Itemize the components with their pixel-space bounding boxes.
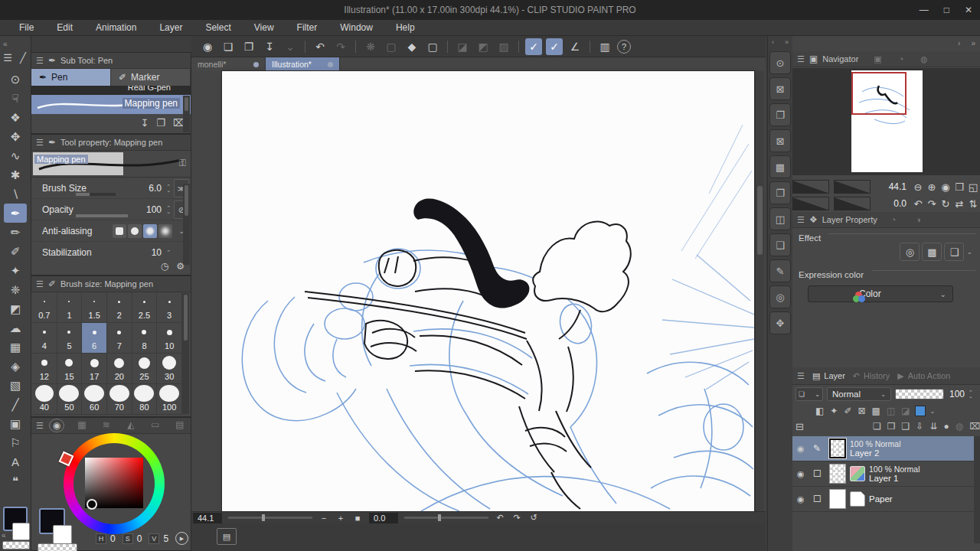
nav-full-view-icon[interactable]: ◱: [966, 180, 980, 194]
deselect-icon[interactable]: ▢: [383, 38, 400, 55]
intermediate-color-tab-icon[interactable]: ▭: [149, 419, 162, 431]
navigator-view-rect[interactable]: [851, 72, 906, 115]
frame-tool-icon[interactable]: ▣: [4, 414, 27, 433]
sv-knob[interactable]: [87, 499, 97, 510]
brush-size-cell[interactable]: 12: [32, 354, 57, 384]
layer-edit-state-icon[interactable]: ☐: [813, 468, 825, 479]
expression-color-dropdown[interactable]: Color ⌄: [808, 285, 953, 302]
nav-rotation-slider2[interactable]: [834, 197, 871, 210]
brush-size-cell[interactable]: 80: [132, 384, 158, 415]
canvas-tab-monelli[interactable]: monelli*: [191, 57, 266, 71]
brush-size-cell[interactable]: 0.7: [32, 292, 57, 323]
zoom-tool-icon[interactable]: ⊙: [4, 70, 27, 89]
crop-frame-icon[interactable]: ▢: [424, 38, 441, 55]
nav-actual-size-icon[interactable]: ❒: [952, 180, 966, 194]
aa-strong-option[interactable]: [158, 224, 172, 238]
snap-ruler-icon[interactable]: ✓: [525, 38, 542, 55]
subtool-tab-marker[interactable]: ✐Marker: [111, 69, 191, 86]
opacity-stepper[interactable]: ⌃⌄: [969, 390, 973, 398]
tone-effect-icon[interactable]: ▩: [922, 243, 942, 261]
brush-size-cell[interactable]: 20: [107, 354, 132, 384]
transparent-color-swatch[interactable]: [2, 541, 30, 549]
wand-tool-icon[interactable]: ✱: [4, 165, 27, 184]
brush-size-scrollbar[interactable]: [182, 293, 189, 414]
information-tab-icon[interactable]: ◍: [920, 54, 928, 64]
nav-zoom-out-icon[interactable]: ⊖: [911, 180, 925, 194]
rotation-value[interactable]: 0.0: [369, 513, 398, 523]
lock-transparent-pixels-icon[interactable]: ▩: [872, 406, 880, 416]
layer-list-scrollbar[interactable]: [974, 436, 980, 543]
brush-size-cell[interactable]: 2: [107, 292, 132, 323]
tab-history[interactable]: ↶History: [853, 371, 890, 381]
brush-size-cell[interactable]: 100: [157, 384, 182, 415]
nav-zoom-in-icon[interactable]: ⊕: [925, 180, 939, 194]
background-color-swatch[interactable]: [53, 525, 72, 544]
dock-expand-icon[interactable]: »: [971, 39, 975, 47]
brush-size-cell[interactable]: 6: [82, 323, 107, 354]
selection-border-icon[interactable]: ▨: [495, 38, 512, 55]
brush-size-cell[interactable]: 40: [32, 384, 57, 415]
nav-flip-horizontal-icon[interactable]: ⇄: [952, 197, 966, 210]
menu-file[interactable]: File: [8, 20, 45, 36]
minimize-button[interactable]: —: [920, 5, 929, 15]
material-palette-6-icon[interactable]: ◫: [769, 207, 791, 230]
layer-thumbnail[interactable]: [829, 439, 846, 458]
move-tool-icon[interactable]: ✥: [4, 127, 27, 146]
brush-size-cell[interactable]: 25: [132, 354, 158, 384]
draft-layer-icon[interactable]: ✐: [844, 406, 851, 416]
rotate-right-button[interactable]: ↷: [511, 513, 522, 523]
opacity-value[interactable]: 100: [146, 204, 162, 215]
brush-size-slider[interactable]: [76, 193, 116, 196]
merge-with-lower-icon[interactable]: ⇊: [929, 421, 937, 432]
liquify-tool-icon[interactable]: ▦: [4, 337, 27, 357]
pencil-tool-icon[interactable]: ✏: [4, 223, 27, 242]
selection-expand-icon[interactable]: ◩: [475, 38, 492, 55]
mask-enable-icon[interactable]: ◫: [887, 406, 895, 416]
material-palette-3-icon[interactable]: ⊠: [769, 129, 791, 152]
palette-menu-icon[interactable]: ☰: [797, 371, 805, 381]
redo-icon[interactable]: ↷: [332, 38, 349, 55]
approx-color-tab-icon[interactable]: ◭: [124, 419, 138, 431]
subview-tab-icon[interactable]: ▣: [874, 54, 881, 64]
snap-special-ruler-icon[interactable]: ✓: [546, 38, 563, 55]
pen-tool-icon[interactable]: ✒: [4, 204, 27, 223]
aa-none-option[interactable]: [113, 224, 126, 238]
palette-menu-icon[interactable]: ☰: [797, 215, 805, 225]
canvas-tab-illustration[interactable]: Illustration*: [266, 57, 340, 71]
color-wheel-tab-icon[interactable]: ◉: [49, 419, 64, 432]
collapse-left-icon[interactable]: «: [2, 531, 6, 540]
quick-access-icon[interactable]: ⊙: [769, 51, 791, 74]
menu-view[interactable]: View: [243, 20, 286, 36]
palette-menu-icon[interactable]: ☰: [36, 279, 44, 289]
loading-icon[interactable]: ❋: [362, 38, 379, 55]
nav-zoom-slider2[interactable]: [834, 180, 871, 194]
layer-visibility-icon[interactable]: ◉: [797, 469, 809, 479]
brush-size-cell[interactable]: 5: [57, 323, 83, 354]
layer-search-tab-icon[interactable]: ◑: [916, 215, 921, 224]
brush-size-value[interactable]: 6.0: [149, 183, 162, 194]
canvas-paper[interactable]: [222, 71, 754, 511]
zoom-value[interactable]: 44.1: [193, 513, 222, 523]
palette-menu-icon[interactable]: ☰: [36, 56, 44, 66]
nav-reset-rotation-icon[interactable]: ↻: [939, 197, 952, 210]
layer-color-effect-icon[interactable]: ❑: [944, 243, 964, 261]
palette-menu-icon[interactable]: ☰: [36, 421, 44, 431]
stabilization-value[interactable]: 10: [152, 247, 162, 258]
layer-visibility-icon[interactable]: ◉: [797, 444, 809, 454]
material-palette-7-icon[interactable]: ❑: [769, 233, 791, 256]
lock-layer-icon[interactable]: ⊠: [858, 406, 865, 416]
zoom-slider[interactable]: [228, 517, 312, 519]
help-icon[interactable]: ?: [617, 40, 631, 54]
rotate-left-button[interactable]: ↶: [495, 513, 505, 523]
save-icon[interactable]: ↧: [261, 38, 278, 55]
new-folder-icon[interactable]: ❑: [902, 421, 910, 432]
open-file-icon[interactable]: ❐: [240, 38, 257, 55]
close-tab-icon[interactable]: [328, 62, 333, 67]
nav-rotate-left-icon[interactable]: ↶: [911, 197, 925, 210]
palette-dock-icon[interactable]: ▥: [596, 38, 613, 55]
status-panel-icon[interactable]: ▤: [217, 528, 237, 545]
transparent-color-swatch[interactable]: [38, 543, 77, 551]
color-mixing-icon[interactable]: ▶: [175, 532, 188, 545]
brush-size-cell[interactable]: 50: [57, 384, 83, 415]
duplicate-subtool-icon[interactable]: ❐: [156, 117, 165, 129]
